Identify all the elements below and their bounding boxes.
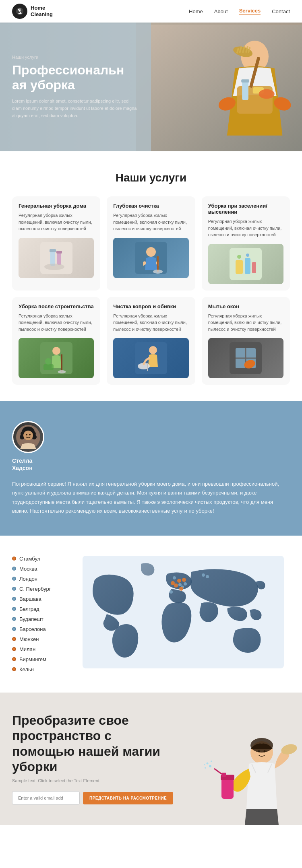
location-dot — [12, 627, 16, 631]
svg-point-24 — [146, 247, 156, 257]
service-title-6: Мытье окон — [208, 303, 283, 309]
cta-form: ПРЕДСТАВИТЬ НА РАССМОТРЕНИЕ — [12, 791, 165, 805]
service-desc-4: Регулярная уборка жилых помещений, включ… — [19, 313, 94, 333]
service-desc-3: Регулярная уборка жилых помещений, включ… — [208, 218, 283, 238]
svg-point-40 — [149, 346, 157, 354]
avatar-area: Стелла Хадсон — [12, 421, 290, 472]
cta-content: Преобразите свое пространство с помощью … — [12, 713, 165, 805]
cta-illustration-svg — [181, 728, 302, 825]
svg-point-38 — [45, 358, 52, 365]
location-name: Барселона — [19, 626, 46, 632]
location-item: Стамбул — [12, 556, 68, 562]
nav: Home About Services Contact — [189, 8, 290, 15]
svg-rect-28 — [236, 260, 243, 274]
svg-rect-29 — [245, 258, 250, 274]
svg-point-77 — [207, 763, 209, 765]
svg-point-82 — [258, 750, 260, 753]
location-dot — [12, 647, 16, 651]
location-name: С. Петербург — [19, 586, 51, 592]
nav-about[interactable]: About — [214, 8, 228, 14]
movein-clean-svg — [230, 248, 262, 280]
reviewer-avatar — [12, 421, 44, 453]
svg-rect-7 — [241, 79, 249, 82]
header: Home Cleaning Home About Services Contac… — [0, 0, 302, 23]
svg-rect-21 — [56, 251, 62, 254]
svg-point-62 — [178, 583, 182, 586]
svg-point-79 — [211, 761, 212, 762]
services-section: Наши услуги Генеральная уборка дома Регу… — [0, 151, 302, 401]
svg-point-36 — [58, 370, 66, 373]
carpet-clean-svg — [135, 342, 167, 374]
svg-point-67 — [179, 587, 183, 591]
location-item: Барселона — [12, 626, 68, 632]
location-item: Будапешт — [12, 616, 68, 622]
svg-point-31 — [237, 255, 241, 259]
location-name: Стамбул — [19, 556, 40, 562]
email-input[interactable] — [12, 791, 80, 805]
location-name: Варшава — [19, 596, 41, 602]
testimonial-section: Стелла Хадсон Потрясающий сервис! Я наня… — [0, 401, 302, 536]
location-name: Милан — [19, 646, 35, 652]
svg-point-56 — [29, 434, 31, 435]
hero-section: Наши услуги Профессиональн ая уборка Lor… — [0, 23, 302, 151]
location-dot — [12, 597, 16, 601]
location-item: С. Петербург — [12, 586, 68, 592]
hero-description: Lorem ipsum dolor sit amet, consetetur s… — [12, 98, 139, 119]
nav-services[interactable]: Services — [239, 8, 261, 15]
world-map-svg — [77, 556, 290, 668]
service-title-5: Чистка ковров и обивки — [113, 303, 188, 309]
deep-clean-svg — [135, 242, 167, 274]
location-name: Белград — [19, 606, 39, 612]
svg-point-22 — [44, 264, 64, 270]
service-card-2: Глубокая очистка Регулярная уборка жилых… — [107, 196, 195, 291]
nav-home[interactable]: Home — [189, 8, 203, 14]
cta-subtitle: Sample text. Click to select the Text El… — [12, 778, 165, 783]
services-title: Наши услуги — [12, 171, 290, 184]
service-img-icon-3 — [208, 244, 283, 284]
nav-contact[interactable]: Contact — [272, 8, 290, 14]
svg-point-69 — [174, 583, 178, 588]
hero-label: Наши услуги — [12, 55, 139, 60]
service-title-4: Уборка после строительства — [19, 303, 94, 309]
services-grid: Генеральная уборка дома Регулярная уборк… — [12, 196, 290, 385]
logo[interactable]: Home Cleaning — [12, 4, 53, 19]
location-dot — [12, 607, 16, 611]
service-img-icon-6 — [208, 338, 283, 378]
location-dot — [12, 637, 16, 641]
location-dot — [12, 657, 16, 661]
cta-image-area — [173, 693, 302, 825]
svg-point-34 — [52, 347, 60, 355]
svg-point-58 — [182, 578, 186, 582]
svg-point-80 — [204, 764, 205, 765]
submit-button[interactable]: ПРЕДСТАВИТЬ НА РАССМОТРЕНИЕ — [83, 792, 173, 804]
location-item: Белград — [12, 606, 68, 612]
location-name: Мюнхен — [19, 636, 39, 642]
svg-point-83 — [264, 750, 266, 753]
world-map-area — [77, 556, 290, 668]
hero-title: Профессиональн ая уборка — [12, 63, 139, 93]
broom-icon — [15, 7, 24, 16]
location-dot — [12, 567, 16, 571]
service-img-icon-1 — [19, 238, 94, 278]
service-img-5 — [113, 338, 188, 378]
service-desc-2: Регулярная уборка жилых помещений, включ… — [113, 212, 188, 232]
service-title-2: Глубокая очистка — [113, 203, 188, 209]
svg-point-65 — [170, 590, 173, 594]
service-title-1: Генеральная уборка дома — [19, 203, 94, 209]
svg-point-64 — [184, 582, 187, 586]
locations-section: СтамбулМоскваЛондонС. ПетербургВаршаваБе… — [0, 536, 302, 693]
location-dot — [12, 617, 16, 621]
location-name: Кельн — [19, 666, 34, 672]
svg-rect-19 — [50, 249, 56, 252]
service-card-3: Уборка при заселении/ выселении Регулярн… — [202, 196, 290, 291]
logo-icon — [12, 4, 27, 19]
location-name: Москва — [19, 566, 37, 572]
service-card-4: Уборка после строительства Регулярная уб… — [12, 297, 100, 385]
svg-point-55 — [26, 434, 27, 435]
hero-illustration-svg — [136, 23, 302, 151]
service-img-3 — [208, 244, 283, 284]
location-item: Лондон — [12, 576, 68, 582]
service-card-5: Чистка ковров и обивки Регулярная уборка… — [107, 297, 195, 385]
cta-title: Преобразите свое пространство с помощью … — [12, 713, 165, 775]
service-img-4 — [19, 338, 94, 378]
